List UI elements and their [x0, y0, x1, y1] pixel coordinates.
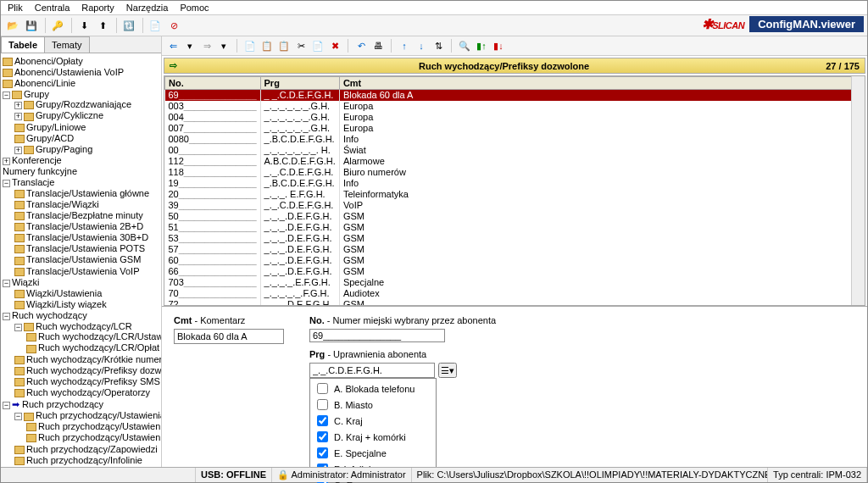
data-grid[interactable]: No. Prg Cmt 69________________ _.C.D.E.F…	[164, 76, 865, 306]
prg-picker-button[interactable]: ☰▾	[438, 363, 457, 378]
export-green-icon[interactable]: ▮↑	[474, 38, 489, 53]
import-red-icon[interactable]: ▮↓	[491, 38, 506, 53]
table-row[interactable]: 57________________._._.D.E.F.G.H.GSM	[165, 244, 865, 255]
delete-icon[interactable]: ✖	[327, 38, 342, 53]
nav-tree[interactable]: Abonenci/Opłaty Abonenci/Ustawienia VoIP…	[1, 53, 161, 467]
tree-item[interactable]: Grupy/ACD	[26, 133, 74, 143]
tree-item[interactable]: Grupy/Rozdzwaniające	[36, 99, 131, 109]
undo-icon[interactable]: ↶	[353, 38, 369, 53]
table-row[interactable]: 50________________._._.D.E.F.G.H.GSM	[165, 211, 865, 222]
no-input[interactable]	[309, 329, 445, 342]
collapse-icon[interactable]: −	[3, 180, 10, 187]
doc-icon[interactable]: 📄	[147, 17, 164, 34]
tree-item[interactable]: Translacje/Ustawienia VoIP	[26, 266, 140, 276]
table-row[interactable]: 0080______________.B.C.D.E.F.G.H.Info	[165, 134, 865, 145]
collapse-icon[interactable]: −	[3, 92, 10, 99]
collapse-icon[interactable]: −	[3, 280, 10, 287]
col-cmt[interactable]: Cmt	[339, 77, 864, 90]
down-icon[interactable]: ↓	[414, 38, 429, 53]
tree-item[interactable]: Ruch przychodzący/Zapowiedzi	[26, 444, 158, 454]
tree-item[interactable]: Translacje/Wiązki	[26, 199, 99, 209]
tree-item[interactable]: Konferencje	[12, 155, 62, 165]
tree-item[interactable]: Translacje/Ustawienia POTS	[26, 243, 145, 253]
tree-item[interactable]: Grupy/Cykliczne	[36, 110, 103, 120]
up-icon[interactable]: ↑	[397, 38, 412, 53]
stop-icon[interactable]: ⊘	[165, 17, 182, 34]
new-icon[interactable]: 📄	[242, 38, 258, 53]
forward-icon[interactable]: ⇒	[199, 38, 214, 53]
tree-item[interactable]: Ruch wychodzący	[12, 310, 87, 320]
table-row[interactable]: 66________________._._.D.E.F.G.H.GSM	[165, 266, 865, 277]
prg-input[interactable]	[309, 363, 435, 378]
dropdown-icon[interactable]: ▾	[182, 38, 198, 53]
doc-icon[interactable]: 📄	[310, 38, 326, 53]
col-no[interactable]: No.	[165, 77, 261, 90]
tree-item[interactable]: Grupy/Paging	[36, 144, 92, 154]
vertical-scrollbar[interactable]	[851, 76, 865, 305]
tree-item[interactable]: Abonenci/Opłaty	[14, 56, 83, 66]
back-icon[interactable]: ⇐	[165, 38, 181, 53]
tree-item[interactable]: Translacje/Ustawienia 2B+D	[26, 221, 143, 231]
table-row[interactable]: 112______________A.B.C.D.E.F.G.H.Alarmow…	[165, 156, 865, 167]
table-row[interactable]: 69________________ _.C.D.E.F.G.H.Blokada…	[165, 90, 865, 102]
tree-item[interactable]: Ruch przychodzący/Ustawien	[38, 421, 160, 431]
tree-item[interactable]: Translacje/Ustawienia 30B+D	[26, 232, 148, 242]
table-row[interactable]: 118_______________._.C.D.E.F.G.H.Biuro n…	[165, 167, 865, 178]
tree-item[interactable]: Translacje/Bezpłatne minuty	[26, 210, 143, 220]
chk-b[interactable]	[317, 399, 328, 410]
tree-item[interactable]: Translacje/Ustawienia główne	[26, 188, 149, 198]
collapse-icon[interactable]: −	[3, 402, 10, 409]
table-row[interactable]: 20________________._._. E.F.G.H.Teleinfo…	[165, 189, 865, 200]
table-row[interactable]: 39________________._.C.D.E.F.G.H.VoIP	[165, 200, 865, 211]
table-row[interactable]: 703_______________._._._.E.F.G.H.Specjal…	[165, 277, 865, 288]
expand-icon[interactable]: +	[14, 147, 22, 154]
table-row[interactable]: 60________________._._.D.E.F.G.H.GSM	[165, 255, 865, 266]
tab-tematy[interactable]: Tematy	[44, 36, 89, 53]
tree-item[interactable]: Ruch wychodzący/LCR/Ustaw	[38, 331, 161, 341]
chk-d[interactable]	[317, 431, 328, 442]
menu-narzedzia[interactable]: Narzędzia	[126, 3, 169, 13]
tree-item[interactable]: Wiązki/Listy wiązek	[26, 299, 107, 309]
chk-e[interactable]	[317, 447, 328, 458]
chk-c[interactable]	[317, 415, 328, 426]
tree-item[interactable]: Abonenci/Linie	[14, 78, 75, 88]
tree-item[interactable]: Ruch wychodzący/Prefiksy SMS	[26, 376, 160, 386]
table-row[interactable]: 51________________._._.D.E.F.G.H.GSM	[165, 222, 865, 233]
tab-tabele[interactable]: Tabele	[1, 36, 45, 53]
col-prg[interactable]: Prg	[260, 77, 339, 90]
tree-item[interactable]: Ruch przychodzący/Ustawienia	[36, 410, 161, 420]
menu-centrala[interactable]: Centrala	[35, 3, 70, 13]
cmt-input[interactable]	[174, 329, 284, 344]
table-row[interactable]: 00________________._._._._._._. H.Świat	[165, 145, 865, 156]
tree-item[interactable]: Ruch przychodzący/Infolinie	[26, 455, 142, 465]
dropdown-icon[interactable]: ▾	[216, 38, 231, 53]
tree-item[interactable]: Abonenci/Ustawienia VoIP	[14, 67, 124, 77]
menu-plik[interactable]: Plik	[8, 3, 23, 13]
collapse-icon[interactable]: −	[14, 413, 22, 420]
menu-pomoc[interactable]: Pomoc	[180, 3, 209, 13]
upload-icon[interactable]: ⬆	[94, 17, 111, 34]
tree-item[interactable]: Translacje	[12, 177, 54, 187]
filter-icon[interactable]: 🔍	[457, 38, 472, 53]
table-row[interactable]: 53________________._._.D.E.F.G.H.GSM	[165, 233, 865, 244]
collapse-icon[interactable]: −	[14, 324, 22, 331]
refresh-icon[interactable]: 🔃	[120, 17, 137, 34]
tree-item[interactable]: Grupy/Liniowe	[26, 122, 86, 132]
tree-item[interactable]: Ruch przychodzący/Ustawien	[38, 432, 160, 442]
print-icon[interactable]: 🖶	[370, 38, 386, 53]
download-icon[interactable]: ⬇	[75, 17, 92, 34]
sort-icon[interactable]: ⇅	[431, 38, 446, 53]
tree-item[interactable]: Ruch wychodzący/Operatorzy	[26, 387, 150, 397]
collapse-icon[interactable]: −	[3, 313, 10, 320]
tree-item[interactable]: Ruch wychodzący/Prefiksy dozwo	[26, 365, 161, 375]
tree-item[interactable]: Translacje/Ustawienia GSM	[26, 254, 141, 264]
chk-a[interactable]	[317, 383, 328, 394]
table-row[interactable]: 70________________._._._._.F.G.H.Audiote…	[165, 288, 865, 299]
expand-icon[interactable]: +	[14, 102, 22, 109]
tree-item[interactable]: Grupy	[24, 89, 49, 99]
cut-icon[interactable]: ✂	[293, 38, 309, 53]
tree-item[interactable]: Ruch wychodzący/Krótkie numery	[26, 354, 161, 364]
tree-item[interactable]: Ruch przychodzący	[22, 399, 103, 409]
tree-item[interactable]: Wiązki/Ustawienia	[26, 288, 102, 298]
tree-item[interactable]: Ruch wychodzący/LCR	[36, 321, 132, 331]
